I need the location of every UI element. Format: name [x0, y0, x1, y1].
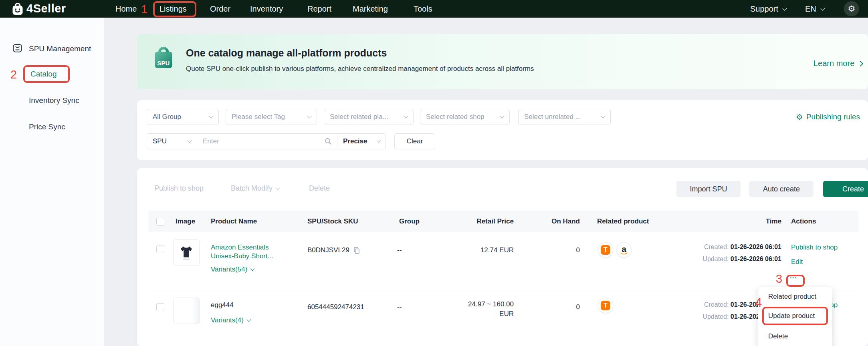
row-checkbox[interactable]: [156, 303, 164, 311]
publishing-rules-link[interactable]: ⚙ Publishing rules: [796, 112, 860, 122]
product-image: [173, 298, 200, 324]
price-range: 24.97 ~ 160.00: [437, 300, 514, 309]
banner-title: One catalog manage all-platform products: [186, 47, 387, 59]
brand-logo-icon[interactable]: [11, 3, 24, 17]
publishing-rules-label: Publishing rules: [806, 113, 860, 121]
match-mode-select[interactable]: Precise: [337, 134, 386, 149]
nav-item-report[interactable]: Report: [307, 4, 331, 14]
related-shop-select[interactable]: Select related shop: [420, 109, 510, 125]
chevron-down-icon: [820, 6, 825, 10]
col-header-image: Image: [176, 217, 195, 225]
price-currency: EUR: [437, 309, 514, 319]
search-field-value: SPU: [153, 137, 167, 145]
publish-to-shop-batch-button[interactable]: Publish to shop: [154, 184, 204, 193]
sidebar-item-inventory-sync[interactable]: Inventory Sync: [29, 96, 79, 105]
gear-icon: ⚙: [796, 112, 803, 122]
learn-more-label: Learn more: [813, 59, 854, 68]
sidebar-item-price-sync[interactable]: Price Sync: [29, 123, 65, 131]
row-checkbox[interactable]: [156, 245, 164, 253]
col-header-sku: SPU/Stock SKU: [307, 217, 358, 225]
create-button[interactable]: Create: [823, 181, 868, 197]
updated-time: Updated: 01-26-2026 06:01: [681, 255, 781, 263]
annotation-number-2: 2: [10, 68, 17, 81]
search-field-select[interactable]: SPU: [147, 134, 197, 149]
sidebar-item-catalog[interactable]: Catalog: [30, 70, 57, 78]
chevron-down-icon: [187, 138, 192, 143]
unrelated-select[interactable]: Select unrelated ...: [518, 109, 611, 125]
related-platform-placeholder: Select related pla...: [330, 113, 388, 121]
search-input[interactable]: [197, 134, 324, 149]
auto-create-button[interactable]: Auto create: [749, 181, 813, 197]
delete-batch-button[interactable]: Delete: [309, 184, 330, 193]
nav-support-label: Support: [750, 4, 778, 14]
import-spu-button[interactable]: Import SPU: [676, 181, 741, 197]
menu-item-delete[interactable]: Delete: [768, 332, 788, 340]
variants-toggle[interactable]: Variants(54): [211, 266, 254, 274]
nav-language-menu[interactable]: EN: [805, 4, 824, 14]
col-header-actions: Actions: [791, 217, 816, 225]
spu-bag-icon: SPU: [151, 46, 176, 70]
chevron-down-icon: [246, 317, 251, 322]
col-header-on-hand: On Hand: [521, 217, 580, 225]
action-more-ellipsis[interactable]: ...: [790, 272, 797, 280]
amazon-platform-icon: a: [616, 242, 632, 257]
row-divider: [148, 290, 858, 290]
sidebar-item-spu-management[interactable]: SPU Management: [29, 44, 91, 53]
action-edit[interactable]: Edit: [791, 258, 803, 266]
app-root: 4Seller Home 1 Listings Order Inventory …: [0, 0, 868, 346]
group-cell: --: [397, 303, 402, 311]
action-publish-to-shop[interactable]: Publish to shop: [791, 243, 838, 251]
related-platform-select[interactable]: Select related pla...: [324, 109, 414, 125]
nav-support-menu[interactable]: Support: [750, 4, 786, 14]
match-mode-value: Precise: [343, 137, 367, 145]
group-filter-select[interactable]: All Group: [147, 109, 219, 125]
nav-item-inventory[interactable]: Inventory: [250, 4, 283, 14]
chevron-down-icon: [500, 114, 504, 118]
copy-icon[interactable]: [353, 247, 360, 254]
sidebar: SPU Management 2 Catalog Inventory Sync …: [0, 18, 104, 346]
annotation-number-4: 4: [755, 296, 762, 310]
col-header-product-name: Product Name: [211, 217, 257, 225]
annotation-number-3: 3: [776, 272, 782, 286]
chevron-down-icon: [209, 114, 213, 118]
nav-item-listings[interactable]: Listings: [159, 4, 187, 14]
settings-gear-button[interactable]: ⚙: [844, 1, 859, 16]
nav-item-home[interactable]: Home: [115, 4, 137, 14]
learn-more-link[interactable]: Learn more: [813, 59, 862, 68]
sku-cell: B0DNJSVL29: [307, 246, 360, 254]
variants-toggle[interactable]: Variants(4): [211, 316, 250, 324]
col-header-related-product: Related product: [597, 217, 649, 225]
chevron-down-icon: [250, 266, 255, 271]
batch-modify-button[interactable]: Batch Modify: [231, 184, 279, 193]
menu-item-related-product[interactable]: Related product: [768, 293, 816, 301]
spu-icon-label: SPU: [157, 60, 170, 66]
col-header-retail-price: Retail Price: [437, 217, 514, 225]
tag-filter-select[interactable]: Please select Tag: [226, 109, 317, 125]
temu-platform-icon: T: [598, 298, 613, 313]
clear-button[interactable]: Clear: [394, 133, 435, 149]
nav-item-order[interactable]: Order: [210, 4, 230, 14]
chevron-down-icon: [404, 114, 408, 118]
product-name-line1: Amazon Essentials: [211, 243, 283, 252]
chevron-down-icon: [601, 114, 605, 118]
nav-item-tools[interactable]: Tools: [414, 4, 432, 14]
on-hand-cell: 0: [521, 246, 580, 254]
col-header-time: Time: [721, 217, 781, 225]
chevron-right-icon: [858, 61, 863, 66]
retail-price-cell: 24.97 ~ 160.00 EUR: [437, 300, 514, 319]
product-name-link[interactable]: Amazon Essentials Unisex-Baby Short...: [211, 243, 283, 261]
menu-item-update-product[interactable]: Update product: [768, 312, 815, 320]
brand-name[interactable]: 4Seller: [26, 2, 66, 15]
sku-cell: 605444592474231: [307, 303, 364, 311]
tag-filter-placeholder: Please select Tag: [232, 113, 285, 121]
on-hand-cell: 0: [521, 303, 580, 311]
select-all-checkbox[interactable]: [156, 218, 164, 226]
nav-item-marketing[interactable]: Marketing: [353, 4, 388, 14]
annotation-number-1: 1: [141, 3, 147, 16]
nav-language-label: EN: [805, 4, 816, 14]
search-icon[interactable]: [324, 134, 337, 149]
top-nav: 4Seller Home 1 Listings Order Inventory …: [0, 0, 868, 18]
product-name-plain: egg444: [211, 301, 234, 309]
related-shop-placeholder: Select related shop: [426, 113, 484, 121]
search-group: SPU Precise: [147, 133, 386, 149]
